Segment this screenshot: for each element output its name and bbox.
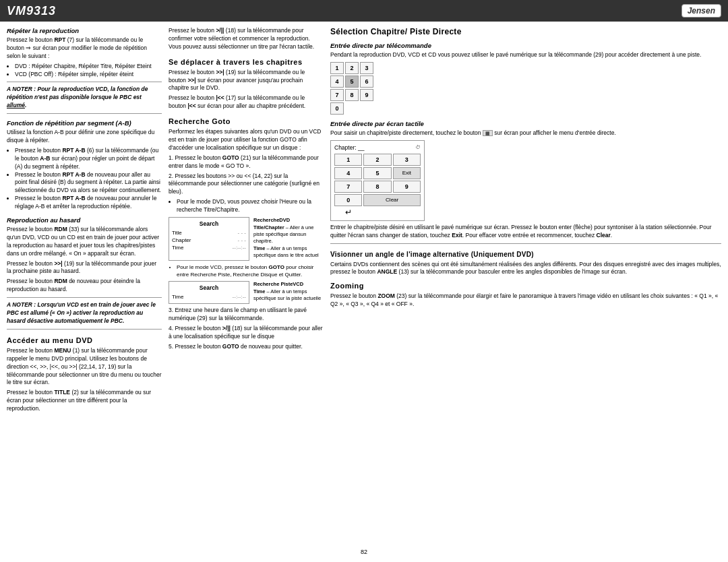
numpad-grid: 1 2 3 4 5 6 7 8 9 0 xyxy=(330,62,373,115)
chapter-btn-5[interactable]: 5 xyxy=(363,167,391,179)
num-btn-4[interactable]: 4 xyxy=(330,75,344,88)
num-btn-5[interactable]: 5 xyxy=(345,75,359,88)
column-1: Répéter la reproduction Pressez le bouto… xyxy=(7,27,162,557)
search-box-section: Search Title - - - Chapter - - - Time --… xyxy=(169,217,324,261)
chapter-btn-0[interactable]: 0 xyxy=(334,194,362,206)
page-number: 82 xyxy=(0,549,728,555)
chapter-keypad-box: Chapter: __ ⏱ 1 2 3 4 5 Exit 7 8 9 0 Cle… xyxy=(330,140,425,221)
step5: 5. Pressez le bouton GOTO de nouveau pou… xyxy=(169,343,324,351)
chapter-btn-9[interactable]: 9 xyxy=(393,181,421,193)
chapter-icon: ⏱ xyxy=(415,144,421,150)
app-title: VM9313 xyxy=(7,4,56,18)
divider-2 xyxy=(7,113,162,114)
section-selection-chapitre-title: Sélection Chapitre/ Piste Directe xyxy=(330,27,721,36)
num-btn-3[interactable]: 3 xyxy=(360,62,373,74)
search-time-box-title: Search xyxy=(172,284,246,291)
num-btn-2[interactable]: 2 xyxy=(345,62,359,74)
enter-arrow[interactable]: ↵ xyxy=(334,208,362,217)
divider-col3-1 xyxy=(330,243,721,244)
visionner-p1: Certains DVDs contiennent des scènes qui… xyxy=(330,261,721,277)
recherche-dvd-title: RechercheDVD xyxy=(253,217,324,223)
chapter-header: Chapter: __ ⏱ xyxy=(334,144,421,151)
note-vcd-2: A NOTER : Lorsqu'un VCD est en train de … xyxy=(7,301,162,325)
num-btn-9[interactable]: 9 xyxy=(360,89,373,101)
search-box-dvd-title: Search xyxy=(172,220,246,227)
se-deplacer-p2: Pressez le bouton |<< (17) sur la téléco… xyxy=(169,94,324,111)
num-btn-1[interactable]: 1 xyxy=(330,62,344,74)
section-reproduction-hasard-title: Reproduction au hasard xyxy=(7,216,162,224)
main-content: Répéter la reproduction Pressez le bouto… xyxy=(0,22,728,562)
section-fonction-ab-title: Fonction de répétition par segment (A-B) xyxy=(7,119,162,127)
reproduction-p3: Pressez le bouton RDM de nouveau pour ét… xyxy=(7,278,162,294)
column-3: Sélection Chapitre/ Piste Directe Entrée… xyxy=(330,27,721,557)
recherche-piste-sidebar: Recherche PisteVCD Time – Aller à un tem… xyxy=(253,281,324,304)
chapter-btn-3[interactable]: 3 xyxy=(393,154,421,166)
search-row-chapter: Chapter - - - xyxy=(172,237,246,244)
brand-logo: Jensen xyxy=(681,4,721,18)
search-box-dvd: Search Title - - - Chapter - - - Time --… xyxy=(169,217,249,261)
section-visionner-title: Visionner un angle de l'image alternativ… xyxy=(330,251,721,258)
search-time-section: Search Time --:--:-- Recherche PisteVCD … xyxy=(169,281,324,304)
entree-telecommande-p1: Pendant la reproduction DVD, VCD et CD v… xyxy=(330,51,721,59)
step4: 4. Pressez le bouton >/|| (18) sur la té… xyxy=(169,325,324,341)
fonction-ab-p1: Utilisez la fonction A-B pour définir un… xyxy=(7,129,162,145)
search-time-box: Search Time --:--:-- xyxy=(169,281,249,304)
repeter-list: DVD : Répéter Chapitre, Répéter Titre, R… xyxy=(15,63,162,79)
numpad-area: 1 2 3 4 5 6 7 8 9 0 xyxy=(330,62,721,115)
search-time-row: Time --:--:-- xyxy=(172,293,246,301)
fonction-ab-list: Pressez le bouton RPT A-B (6) sur la tél… xyxy=(15,147,162,211)
zooming-p1: Pressez le bouton ZOOM (23) sur la téléc… xyxy=(330,292,721,309)
column-2: Pressez le bouton >/|| (18) sur la téléc… xyxy=(169,27,324,557)
acceder-p1: Pressez le bouton MENU (1) sur la téléco… xyxy=(7,347,162,387)
search-row-title: Title - - - xyxy=(172,229,246,237)
section-acceder-title: Accéder au menu DVD xyxy=(7,336,162,344)
reproduction-p1: Pressez le bouton RDM (33) sur la téléco… xyxy=(7,226,162,258)
goto-list: Pour le mode DVD, vous pouvez choisir l'… xyxy=(177,198,324,214)
num-btn-6[interactable]: 6 xyxy=(360,75,373,88)
goto-p1: Performez les étapes suivantes alors qu'… xyxy=(169,128,324,152)
chapter-btn-7[interactable]: 7 xyxy=(334,181,362,193)
chapter-btn-1[interactable]: 1 xyxy=(334,154,362,166)
divider-1 xyxy=(7,82,162,82)
section-repeter-title: Répéter la reproduction xyxy=(7,27,162,34)
chapter-btn-8[interactable]: 8 xyxy=(363,181,391,193)
chapter-btn-exit[interactable]: Exit xyxy=(393,167,421,179)
num-btn-0[interactable]: 0 xyxy=(330,102,344,115)
divider-4 xyxy=(7,329,162,330)
goto-step2: 2. Pressez les boutons >> ou << (14, 22)… xyxy=(169,173,324,197)
chapter-btn-2[interactable]: 2 xyxy=(363,154,391,166)
reproduction-p2: Pressez le bouton >>| (19) sur la téléco… xyxy=(7,260,162,276)
section-entree-ecran-title: Entrée directe par écran tactile xyxy=(330,120,721,127)
section-se-deplacer-title: Se déplacer à travers les chapitres xyxy=(169,58,324,66)
acceder-p2: Pressez le bouton TITLE (2) sur la téléc… xyxy=(7,389,162,413)
vcd-goto-note: Pour le mode VCD, pressez le bouton GOTO… xyxy=(177,263,324,278)
chapter-btn-grid: 1 2 3 4 5 Exit 7 8 9 0 Clear ↵ xyxy=(334,154,421,217)
header: VM9313 Jensen xyxy=(0,0,728,22)
entree-ecran-p1: Pour saisir un chapitre/piste directemen… xyxy=(330,129,721,137)
note-vcd-1: A NOTER : Pour la reproduction VCD, la f… xyxy=(7,86,162,110)
repeter-p1: Pressez le bouton RPT (7) sur la télécom… xyxy=(7,36,162,61)
section-recherche-goto-title: Recherche Goto xyxy=(169,117,324,125)
section-zooming-title: Zooming xyxy=(330,282,721,290)
chapter-instructions: Entrer le chapitre/piste désiré en utili… xyxy=(330,224,721,240)
recherche-dvd-sidebar: RechercheDVD Title/Chapter – Aller à une… xyxy=(253,217,324,261)
step3: 3. Entrez une heure dans le champ en uti… xyxy=(169,307,324,323)
chapter-btn-4[interactable]: 4 xyxy=(334,167,362,179)
col2-intro: Pressez le bouton >/|| (18) sur la téléc… xyxy=(169,27,324,51)
search-row-time: Time --:--:-- xyxy=(172,244,246,251)
se-deplacer-p1: Pressez le bouton >>| (19) sur la téléco… xyxy=(169,69,324,93)
goto-step1: 1. Pressez le bouton GOTO (21) sur la té… xyxy=(169,154,324,170)
section-entree-telecommande-title: Entrée directe par télécommande xyxy=(330,42,721,49)
chapter-label: Chapter: __ xyxy=(334,144,364,151)
num-btn-8[interactable]: 8 xyxy=(345,89,359,101)
num-btn-7[interactable]: 7 xyxy=(330,89,344,101)
divider-3 xyxy=(7,297,162,298)
recherche-piste-title: Recherche PisteVCD xyxy=(253,281,324,287)
chapter-btn-clear[interactable]: Clear xyxy=(363,194,421,206)
